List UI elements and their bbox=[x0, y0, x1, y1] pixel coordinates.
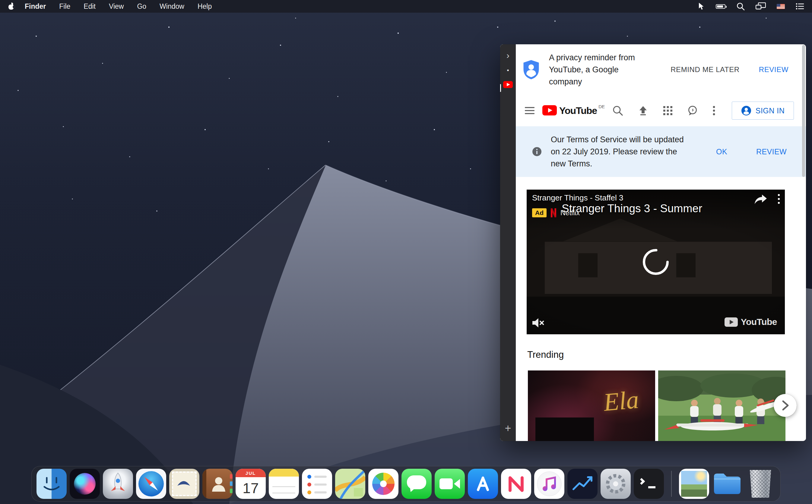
dock-photos[interactable] bbox=[368, 469, 398, 499]
kebab-menu-icon[interactable] bbox=[713, 106, 715, 115]
music-note-icon bbox=[537, 471, 562, 496]
youtube-watermark: YouTube bbox=[725, 317, 777, 327]
dock-itunes[interactable] bbox=[534, 469, 564, 499]
search-icon[interactable] bbox=[613, 106, 623, 116]
collapse-panel-icon[interactable]: › bbox=[507, 51, 510, 60]
dock-messages[interactable] bbox=[401, 469, 432, 499]
remind-me-later-button[interactable]: REMIND ME LATER bbox=[671, 65, 740, 74]
chevron-right-icon bbox=[781, 399, 790, 411]
ad-video-title: Stranger Things 3 - Summer bbox=[562, 202, 702, 215]
compass-icon bbox=[138, 471, 164, 496]
youtube-wordmark: YouTube bbox=[559, 105, 597, 116]
menu-bar: Finder File Edit View Go Window Help bbox=[0, 0, 812, 13]
dock-calendar[interactable]: JUL 17 bbox=[235, 469, 266, 499]
gear-icon bbox=[603, 471, 629, 497]
youtube-header: YouTube DE bbox=[516, 95, 806, 126]
youtube-logo[interactable]: YouTube DE bbox=[542, 105, 605, 116]
dock-finder[interactable] bbox=[36, 469, 67, 499]
video-camera-icon bbox=[440, 478, 453, 489]
privacy-review-button[interactable]: REVIEW bbox=[759, 65, 788, 74]
player-kebab-menu-icon[interactable] bbox=[778, 194, 780, 204]
keyboard-us-flag-icon[interactable] bbox=[777, 2, 785, 11]
apps-grid-icon[interactable] bbox=[663, 106, 672, 115]
privacy-shield-icon bbox=[522, 59, 541, 80]
menu-edit[interactable]: Edit bbox=[84, 2, 96, 11]
dock-terminal[interactable] bbox=[634, 469, 664, 499]
privacy-banner: A privacy reminder from YouTube, a Googl… bbox=[516, 44, 806, 95]
thumbnail-caption: Ela bbox=[602, 385, 640, 417]
dock-system-preferences[interactable] bbox=[601, 469, 631, 499]
menu-view[interactable]: View bbox=[109, 2, 124, 11]
list-icon[interactable] bbox=[796, 2, 804, 11]
account-icon bbox=[741, 106, 751, 116]
panel-tab-strip: › • + bbox=[500, 44, 516, 441]
video-player[interactable]: Stranger Things - Staffel 3 Ad Netflix S… bbox=[527, 190, 785, 334]
dock-siri[interactable] bbox=[70, 469, 100, 499]
info-icon bbox=[532, 147, 542, 156]
region-badge: DE bbox=[599, 104, 605, 109]
dock-pictures[interactable] bbox=[679, 469, 709, 499]
calendar-month: JUL bbox=[235, 469, 266, 477]
trash-icon bbox=[748, 470, 773, 498]
youtube-favicon[interactable] bbox=[503, 81, 513, 89]
tab-dot[interactable]: • bbox=[507, 67, 509, 73]
youtube-play-icon bbox=[542, 105, 557, 115]
netflix-logo-icon bbox=[550, 208, 557, 217]
stamp-icon bbox=[172, 471, 197, 496]
terms-message: Our Terms of Service will be updated on … bbox=[551, 134, 693, 170]
dock-notes[interactable] bbox=[269, 469, 299, 499]
apple-menu-icon[interactable] bbox=[8, 3, 14, 10]
menu-go[interactable]: Go bbox=[137, 2, 146, 11]
sign-in-label: SIGN IN bbox=[756, 106, 785, 115]
dock-facetime[interactable] bbox=[435, 469, 465, 499]
siri-orb-icon bbox=[74, 473, 96, 495]
prompt-icon bbox=[638, 478, 645, 485]
dock-downloads[interactable] bbox=[712, 469, 742, 499]
trending-heading: Trending bbox=[527, 349, 806, 360]
terms-ok-button[interactable]: OK bbox=[716, 147, 727, 156]
dock-app-store[interactable] bbox=[468, 469, 498, 499]
spotlight-search-icon[interactable] bbox=[736, 2, 745, 11]
dock-launchpad[interactable] bbox=[103, 469, 133, 499]
dock-news[interactable] bbox=[501, 469, 531, 499]
messages-icon[interactable] bbox=[687, 106, 698, 116]
add-tab-button[interactable]: + bbox=[505, 423, 511, 434]
dock: JUL 17 bbox=[31, 466, 781, 502]
dock-safari[interactable] bbox=[136, 469, 166, 499]
folder-icon bbox=[712, 469, 742, 496]
dock-contacts[interactable] bbox=[202, 469, 232, 499]
menu-help[interactable]: Help bbox=[197, 2, 212, 11]
dock-mail[interactable] bbox=[169, 469, 199, 499]
ad-show-title: Stranger Things - Staffel 3 bbox=[532, 193, 624, 203]
sign-in-button[interactable]: SIGN IN bbox=[732, 102, 794, 120]
dock-reminders[interactable] bbox=[302, 469, 332, 499]
pointer-icon[interactable] bbox=[698, 2, 705, 11]
ad-badge: Ad bbox=[532, 208, 547, 217]
dock-divider bbox=[671, 471, 672, 497]
rc-airplanes-scene bbox=[658, 370, 785, 441]
calendar-day: 17 bbox=[235, 477, 266, 499]
battery-icon[interactable] bbox=[716, 2, 725, 11]
privacy-message: A privacy reminder from YouTube, a Googl… bbox=[549, 52, 641, 88]
muted-speaker-icon[interactable] bbox=[532, 317, 545, 329]
dock-trash[interactable] bbox=[745, 469, 776, 499]
trending-thumbnail-1[interactable]: Ela bbox=[528, 370, 655, 441]
upload-icon[interactable] bbox=[638, 106, 648, 116]
hamburger-menu-icon[interactable] bbox=[525, 107, 535, 115]
displays-icon[interactable] bbox=[756, 2, 766, 11]
panel-content: A privacy reminder from YouTube, a Googl… bbox=[516, 44, 806, 441]
dock-maps[interactable] bbox=[335, 469, 365, 499]
share-icon[interactable] bbox=[754, 194, 767, 205]
active-tab-indicator bbox=[500, 84, 501, 92]
menu-file[interactable]: File bbox=[59, 2, 70, 11]
loading-spinner bbox=[641, 247, 670, 276]
terms-review-button[interactable]: REVIEW bbox=[756, 147, 787, 156]
trending-carousel: Ela bbox=[528, 370, 795, 441]
trending-thumbnail-2[interactable] bbox=[658, 370, 785, 441]
carousel-next-button[interactable] bbox=[774, 394, 797, 417]
terms-notice: Our Terms of Service will be updated on … bbox=[516, 126, 806, 177]
menu-window[interactable]: Window bbox=[159, 2, 184, 11]
dock-stocks[interactable] bbox=[567, 469, 598, 499]
active-app-name[interactable]: Finder bbox=[25, 2, 46, 11]
scrollbar-thumb[interactable] bbox=[802, 45, 805, 177]
